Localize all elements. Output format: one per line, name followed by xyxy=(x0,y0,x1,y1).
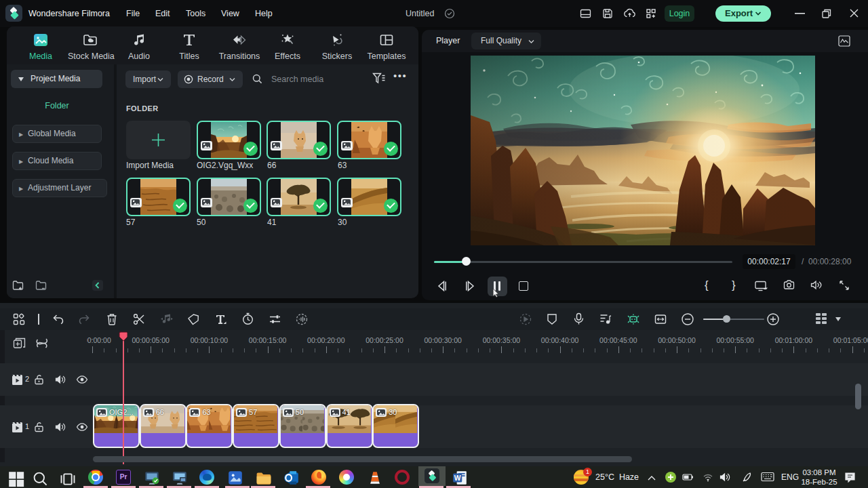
svg-text:W: W xyxy=(454,474,461,482)
